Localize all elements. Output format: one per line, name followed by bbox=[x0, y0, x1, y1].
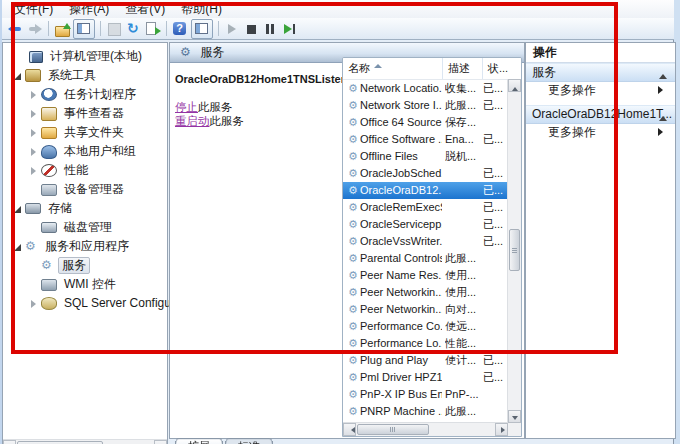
service-name: OracleOraDB12... bbox=[360, 182, 442, 199]
tree-item-event-viewer[interactable]: 事件查看器 bbox=[3, 104, 167, 123]
service-row[interactable]: Performance Lo...性能... bbox=[343, 335, 508, 352]
tree-item-sql-server[interactable]: SQL Server Configura bbox=[3, 294, 167, 313]
scroll-right-button[interactable] bbox=[154, 440, 167, 444]
service-row[interactable]: OracleJobSched...已... bbox=[343, 165, 508, 182]
action-pane-toggle-icon[interactable] bbox=[191, 19, 213, 39]
tree-item-storage[interactable]: 存储 bbox=[3, 199, 167, 218]
service-row[interactable]: Network Locatio...收集...已... bbox=[343, 80, 508, 97]
tree-item-performance[interactable]: 性能 bbox=[3, 161, 167, 180]
tree-item-computer[interactable]: 计算机管理(本地) bbox=[3, 47, 167, 66]
collapse-icon[interactable] bbox=[659, 70, 667, 79]
scroll-left-button[interactable] bbox=[3, 440, 16, 444]
service-row[interactable]: Peer Name Res...使用... bbox=[343, 267, 508, 284]
scrollbar-thumb[interactable] bbox=[357, 424, 429, 435]
restart-service-link-row: 重启动此服务 bbox=[175, 115, 244, 129]
list-horizontal-scrollbar[interactable] bbox=[343, 422, 508, 436]
collapse-arrow-icon[interactable] bbox=[13, 204, 23, 214]
scroll-down-button[interactable] bbox=[508, 410, 521, 423]
tree-item-tools[interactable]: 系统工具 bbox=[3, 66, 167, 85]
tree-horizontal-scrollbar[interactable] bbox=[3, 439, 167, 444]
service-status: 已... bbox=[483, 165, 508, 182]
expand-arrow-icon[interactable] bbox=[29, 299, 39, 309]
service-row[interactable]: OracleServicepp...已... bbox=[343, 216, 508, 233]
stop-service-link[interactable]: 停止 bbox=[175, 101, 198, 113]
actions-pane: 操作 服务更多操作OracleOraDB12Home1T...更多操作 bbox=[525, 42, 676, 439]
menu-item-1[interactable]: 操作(A) bbox=[61, 0, 117, 19]
expand-arrow-icon[interactable] bbox=[29, 128, 39, 138]
tree-item-label: 设备管理器 bbox=[61, 180, 127, 199]
service-description: 此服... bbox=[445, 250, 482, 267]
service-row[interactable]: PNRP Machine ...此服... bbox=[343, 403, 508, 420]
expander-spacer bbox=[29, 185, 39, 195]
tree-item-device-manager[interactable]: 设备管理器 bbox=[3, 180, 167, 199]
service-row[interactable]: OracleRemExecS...已... bbox=[343, 199, 508, 216]
scroll-left-button[interactable] bbox=[343, 423, 356, 436]
expand-arrow-icon[interactable] bbox=[29, 166, 39, 176]
menu-item-3[interactable]: 帮助(H) bbox=[173, 0, 230, 19]
action-section-header-0[interactable]: 服务 bbox=[526, 63, 675, 82]
toolbar-separator bbox=[100, 21, 101, 36]
service-row[interactable]: Performance Co...使远... bbox=[343, 318, 508, 335]
more-actions-item-0[interactable]: 更多操作 bbox=[526, 82, 675, 99]
tree-item-label: 磁盘管理 bbox=[61, 218, 115, 237]
action-section-header-1[interactable]: OracleOraDB12Home1T... bbox=[526, 105, 675, 124]
help-icon[interactable] bbox=[172, 21, 189, 37]
service-description: 保存... bbox=[445, 114, 482, 131]
more-actions-item-1[interactable]: 更多操作 bbox=[526, 124, 675, 141]
service-row[interactable]: Peer Networkin...使用... bbox=[343, 284, 508, 301]
computer-management-window: 文件(F)操作(A)查看(V)帮助(H) 计算机管理(本地)系统工具任务计划程序… bbox=[0, 0, 680, 444]
tab-standard[interactable]: 标准 bbox=[224, 438, 274, 444]
menu-item-2[interactable]: 查看(V) bbox=[117, 0, 173, 19]
expand-arrow-icon[interactable] bbox=[29, 109, 39, 119]
scroll-right-button[interactable] bbox=[495, 423, 508, 436]
collapse-icon[interactable] bbox=[659, 112, 667, 121]
tree-item-scheduler[interactable]: 任务计划程序 bbox=[3, 85, 167, 104]
tree-item-disk-management[interactable]: 磁盘管理 bbox=[3, 218, 167, 237]
scrollbar-thumb[interactable] bbox=[509, 229, 520, 271]
stop-icon[interactable] bbox=[243, 21, 260, 37]
service-row[interactable]: Offline Files脱机... bbox=[343, 148, 508, 165]
tools-icon bbox=[25, 69, 41, 82]
service-row[interactable]: Pml Driver HPZ12已... bbox=[343, 369, 508, 386]
collapse-arrow-icon[interactable] bbox=[13, 71, 23, 81]
service-name: Pml Driver HPZ12 bbox=[360, 369, 442, 386]
computer-icon bbox=[29, 51, 43, 63]
tab-extended[interactable]: 扩展 bbox=[174, 438, 224, 444]
console-tree-toggle-icon[interactable] bbox=[73, 19, 95, 39]
refresh-icon[interactable] bbox=[125, 21, 142, 37]
export-list-icon[interactable] bbox=[144, 21, 161, 37]
pause-icon[interactable] bbox=[262, 21, 279, 37]
tree-item-shared-folders[interactable]: 共享文件夹 bbox=[3, 123, 167, 142]
service-status: 已... bbox=[483, 182, 508, 199]
tree-item-wmi[interactable]: WMI 控件 bbox=[3, 275, 167, 294]
service-row[interactable]: OracleVssWriter...已... bbox=[343, 233, 508, 250]
console-tree: 计算机管理(本地)系统工具任务计划程序事件查看器共享文件夹本地用户和组性能设备管… bbox=[3, 43, 167, 313]
tree-item-label: 共享文件夹 bbox=[61, 123, 127, 142]
expand-arrow-icon[interactable] bbox=[29, 90, 39, 100]
restart-service-link[interactable]: 重启动 bbox=[175, 115, 210, 127]
service-row[interactable]: OracleOraDB12...已... bbox=[343, 182, 508, 199]
service-name: Network Locatio... bbox=[360, 80, 442, 97]
step-icon[interactable] bbox=[281, 21, 298, 37]
scroll-up-button[interactable] bbox=[508, 79, 521, 92]
service-row[interactable]: Network Store I...此服...已... bbox=[343, 97, 508, 114]
column-header-description[interactable]: 描述 bbox=[443, 58, 483, 79]
column-header-status[interactable]: 状... bbox=[483, 58, 522, 79]
tree-item-users[interactable]: 本地用户和组 bbox=[3, 142, 167, 161]
service-name: Peer Name Res... bbox=[360, 267, 442, 284]
service-row[interactable]: Parental Controls此服... bbox=[343, 250, 508, 267]
column-header-name[interactable]: 名称 bbox=[343, 58, 443, 79]
service-row[interactable]: PnP-X IP Bus En...PnP-... bbox=[343, 386, 508, 403]
menu-item-0[interactable]: 文件(F) bbox=[6, 0, 61, 19]
service-row[interactable]: Peer Networkin...向对... bbox=[343, 301, 508, 318]
service-row[interactable]: Office 64 Source...保存... bbox=[343, 114, 508, 131]
back-icon[interactable] bbox=[7, 21, 24, 37]
list-vertical-scrollbar[interactable] bbox=[507, 79, 521, 423]
expand-arrow-icon[interactable] bbox=[29, 147, 39, 157]
service-row[interactable]: Office Software ...Ena...已... bbox=[343, 131, 508, 148]
service-row[interactable]: Plug and Play使计...已... bbox=[343, 352, 508, 369]
up-folder-icon[interactable] bbox=[54, 21, 71, 37]
tree-item-services-gear[interactable]: 服务 bbox=[3, 256, 167, 275]
collapse-arrow-icon[interactable] bbox=[13, 242, 23, 252]
tree-item-services-apps[interactable]: 服务和应用程序 bbox=[3, 237, 167, 256]
